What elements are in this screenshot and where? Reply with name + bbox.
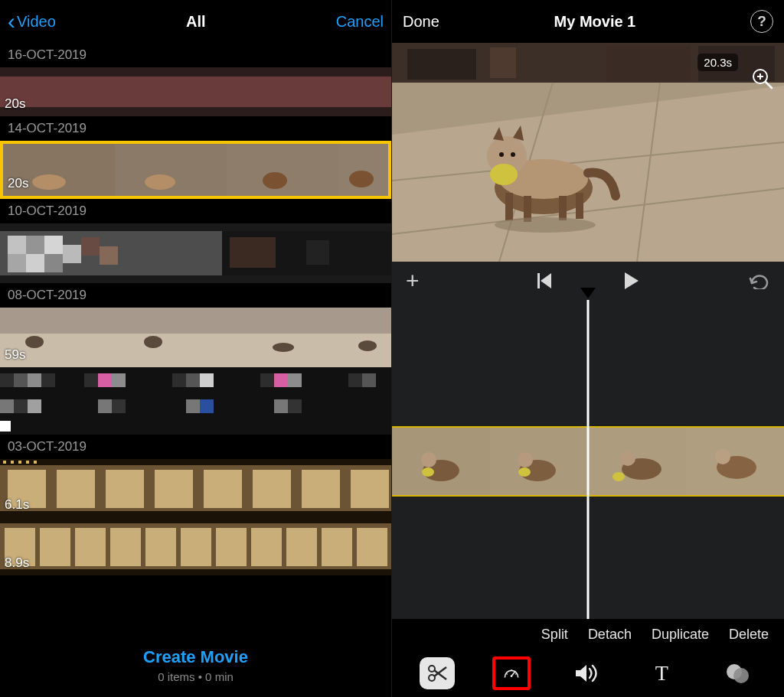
svg-rect-84: [181, 528, 211, 566]
delete-button[interactable]: Delete: [729, 627, 769, 643]
add-media-button[interactable]: +: [406, 268, 420, 294]
volume-icon: [574, 663, 599, 684]
svg-point-113: [495, 217, 596, 233]
svg-rect-23: [26, 254, 44, 272]
video-list[interactable]: 16-OCT-2019 20s 14-OCT-2019: [0, 43, 391, 637]
svg-rect-7: [115, 144, 227, 199]
section-date: 03-OCT-2019: [0, 435, 391, 459]
playhead-line[interactable]: [587, 300, 590, 619]
svg-point-138: [510, 675, 512, 677]
clip-thumbnail: [588, 428, 686, 495]
split-button[interactable]: Split: [541, 627, 568, 643]
done-button[interactable]: Done: [403, 13, 439, 31]
video-strip[interactable]: [0, 223, 391, 283]
actions-tool-button[interactable]: [420, 657, 455, 689]
svg-rect-20: [26, 236, 44, 254]
svg-rect-37: [28, 373, 41, 387]
zoom-button[interactable]: [751, 67, 777, 93]
play-button[interactable]: [625, 272, 639, 289]
svg-point-121: [422, 467, 434, 477]
video-picker-panel: ‹ Video All Cancel 16-OCT-2019 20s: [0, 0, 392, 697]
svg-point-129: [612, 472, 625, 481]
cancel-button[interactable]: Cancel: [336, 13, 384, 31]
video-preview[interactable]: 20.3s: [392, 43, 784, 262]
svg-rect-88: [322, 528, 352, 566]
picker-footer: Create Movie 0 items • 0 min: [0, 637, 391, 697]
section-date: 16-OCT-2019: [0, 43, 391, 67]
section-date: 10-OCT-2019: [0, 199, 391, 223]
duplicate-button[interactable]: Duplicate: [652, 627, 709, 643]
timeline[interactable]: [392, 300, 784, 619]
help-button[interactable]: ?: [750, 10, 773, 33]
svg-rect-105: [559, 196, 567, 220]
thumbnail-row: [0, 223, 391, 283]
duration-badge: 20s: [5, 96, 25, 112]
svg-point-112: [490, 164, 518, 185]
svg-rect-78: [0, 569, 391, 575]
video-strip[interactable]: [0, 367, 391, 435]
undo-button[interactable]: [749, 272, 770, 289]
svg-rect-70: [106, 470, 144, 508]
titles-tool-button[interactable]: T: [642, 656, 681, 690]
skip-back-button[interactable]: [537, 273, 551, 288]
svg-rect-89: [357, 528, 387, 566]
svg-rect-41: [112, 373, 126, 387]
svg-point-31: [144, 336, 162, 348]
svg-rect-85: [216, 528, 247, 566]
svg-rect-52: [28, 399, 41, 413]
back-button[interactable]: ‹ Video: [8, 10, 56, 33]
svg-rect-45: [260, 373, 274, 387]
chevron-left-icon: ‹: [8, 10, 15, 33]
svg-rect-64: [11, 461, 14, 464]
thumbnail-row: [0, 67, 391, 116]
svg-rect-81: [75, 528, 106, 566]
volume-tool-button[interactable]: [567, 656, 606, 690]
video-strip[interactable]: 6.1s: [0, 459, 391, 517]
filters-tool-button[interactable]: [718, 656, 756, 690]
project-title: My Movie 1: [554, 13, 636, 31]
video-strip[interactable]: 59s: [0, 308, 391, 367]
playback-bar: +: [392, 262, 784, 300]
picker-title: All: [186, 13, 206, 31]
svg-rect-27: [100, 246, 118, 265]
video-strip[interactable]: 20s: [0, 67, 391, 116]
playhead-indicator-icon: [580, 288, 596, 298]
svg-rect-67: [34, 461, 37, 464]
undo-icon: [749, 272, 770, 289]
thumbnail-row: [0, 517, 391, 575]
svg-rect-17: [230, 237, 276, 268]
svg-point-120: [421, 452, 436, 467]
text-icon: T: [655, 661, 668, 686]
video-strip[interactable]: 8.9s: [0, 517, 391, 575]
svg-rect-92: [407, 49, 476, 80]
speed-tool-button[interactable]: [492, 656, 531, 690]
detach-button[interactable]: Detach: [588, 627, 632, 643]
svg-rect-94: [606, 46, 691, 81]
video-strip-selected[interactable]: 20s: [0, 141, 391, 199]
svg-rect-22: [8, 254, 26, 272]
create-movie-button[interactable]: Create Movie: [0, 647, 391, 667]
svg-point-33: [358, 340, 377, 351]
section-date: 08-OCT-2019: [0, 283, 391, 308]
svg-rect-87: [286, 528, 317, 566]
section-date: 14-OCT-2019: [0, 116, 391, 141]
svg-point-124: [518, 452, 533, 467]
svg-point-125: [518, 467, 531, 477]
svg-rect-80: [40, 528, 70, 566]
svg-rect-73: [253, 470, 291, 508]
svg-rect-19: [8, 236, 26, 254]
svg-rect-38: [41, 373, 55, 387]
svg-line-139: [506, 674, 508, 675]
svg-rect-65: [18, 461, 21, 464]
editor-panel: Done My Movie 1 ?: [392, 0, 784, 697]
svg-rect-75: [351, 470, 389, 508]
svg-rect-29: [0, 334, 391, 367]
svg-rect-49: [362, 373, 376, 387]
svg-rect-72: [204, 470, 242, 508]
svg-rect-86: [251, 528, 282, 566]
svg-point-13: [349, 171, 374, 187]
svg-rect-8: [227, 144, 338, 199]
svg-rect-40: [98, 373, 112, 387]
svg-point-32: [273, 343, 294, 352]
svg-line-115: [766, 82, 772, 88]
